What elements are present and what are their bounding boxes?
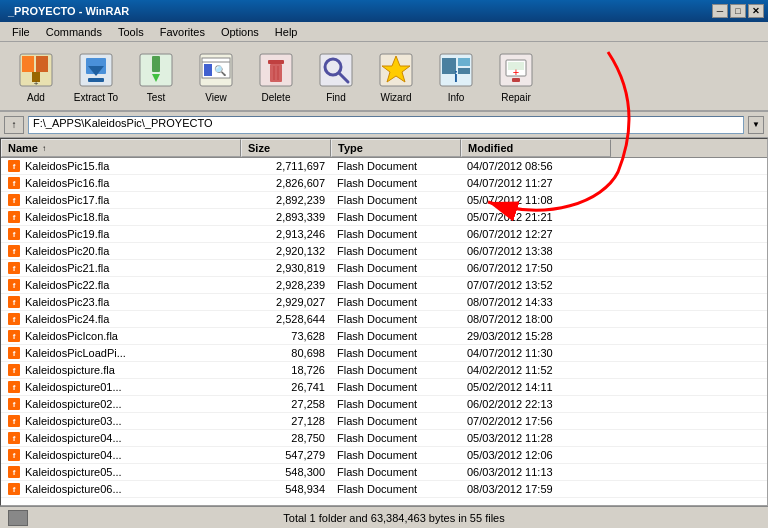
menu-item-help[interactable]: Help [267,24,306,40]
file-row[interactable]: fKaleidospicture06...548,934Flash Docume… [1,481,767,498]
toolbar-delete-button[interactable]: Delete [248,48,304,105]
file-modified-cell: 05/03/2012 12:06 [461,447,611,463]
toolbar-add-button[interactable]: +Add [8,48,64,105]
file-name-cell: fKaleidospicture04... [1,430,241,446]
file-row[interactable]: fKaleidosPic23.fla2,929,027Flash Documen… [1,294,767,311]
file-row[interactable]: fKaleidosPic18.fla2,893,339Flash Documen… [1,209,767,226]
minimize-button[interactable]: ─ [712,4,728,18]
close-button[interactable]: ✕ [748,4,764,18]
file-type-cell: Flash Document [331,430,461,446]
file-size-cell: 548,934 [241,481,331,497]
col-header-modified[interactable]: Modified [461,139,611,157]
view-icon: 🔍 [196,50,236,90]
file-row[interactable]: fKaleidosPic16.fla2,826,607Flash Documen… [1,175,767,192]
menu-item-commands[interactable]: Commands [38,24,110,40]
toolbar-view-label: View [205,92,227,103]
svg-rect-29 [458,58,470,66]
svg-rect-30 [458,68,470,74]
title-text: _PROYECTO - WinRAR [4,5,129,17]
toolbar-view-button[interactable]: 🔍View [188,48,244,105]
file-row[interactable]: fKaleidosPicLoadPi...80,698Flash Documen… [1,345,767,362]
file-type-cell: Flash Document [331,345,461,361]
svg-text:f: f [13,366,16,375]
file-name-cell: fKaleidosPic21.fla [1,260,241,276]
toolbar-wizard-button[interactable]: Wizard [368,48,424,105]
file-row[interactable]: fKaleidospicture05...548,300Flash Docume… [1,464,767,481]
file-name-cell: fKaleidospicture03... [1,413,241,429]
col-header-type[interactable]: Type [331,139,461,157]
file-size-cell: 2,928,239 [241,277,331,293]
file-row[interactable]: fKaleidosPic24.fla2,528,644Flash Documen… [1,311,767,328]
address-field[interactable]: F:\_APPS\KaleidosPic\_PROYECTO [28,116,744,134]
svg-rect-8 [88,78,104,82]
file-row[interactable]: fKaleidosPic22.fla2,928,239Flash Documen… [1,277,767,294]
file-size-cell: 548,300 [241,464,331,480]
address-up-button[interactable]: ↑ [4,116,24,134]
file-modified-cell: 05/02/2012 14:11 [461,379,611,395]
maximize-button[interactable]: □ [730,4,746,18]
file-row[interactable]: fKaleidosPicIcon.fla73,628Flash Document… [1,328,767,345]
toolbar-repair-button[interactable]: +Repair [488,48,544,105]
file-type-cell: Flash Document [331,328,461,344]
menu-item-favorites[interactable]: Favorites [152,24,213,40]
menu-item-file[interactable]: File [4,24,38,40]
file-list-body: fKaleidosPic15.fla2,711,697Flash Documen… [1,158,767,498]
file-row[interactable]: fKaleidospicture04...28,750Flash Documen… [1,430,767,447]
menu-item-options[interactable]: Options [213,24,267,40]
info-icon: i [436,50,476,90]
file-size-cell: 73,628 [241,328,331,344]
file-size-cell: 27,128 [241,413,331,429]
file-name-cell: fKaleidosPic24.fla [1,311,241,327]
toolbar-info-label: Info [448,92,465,103]
file-row[interactable]: fKaleidosPic20.fla2,920,132Flash Documen… [1,243,767,260]
toolbar-delete-label: Delete [262,92,291,103]
file-name-cell: fKaleidospicture06... [1,481,241,497]
col-header-size[interactable]: Size [241,139,331,157]
file-row[interactable]: fKaleidosPic19.fla2,913,246Flash Documen… [1,226,767,243]
svg-text:f: f [13,281,16,290]
file-row[interactable]: fKaleidospicture04...547,279Flash Docume… [1,447,767,464]
toolbar-test-button[interactable]: Test [128,48,184,105]
file-name-cell: fKaleidospicture05... [1,464,241,480]
toolbar-extract-button[interactable]: Extract To [68,48,124,105]
file-row[interactable]: fKaleidospicture01...26,741Flash Documen… [1,379,767,396]
file-type-cell: Flash Document [331,192,461,208]
file-row[interactable]: fKaleidosPic21.fla2,930,819Flash Documen… [1,260,767,277]
file-row[interactable]: fKaleidospicture.fla18,726Flash Document… [1,362,767,379]
file-size-cell: 2,893,339 [241,209,331,225]
file-modified-cell: 06/07/2012 17:50 [461,260,611,276]
file-row[interactable]: fKaleidosPic15.fla2,711,697Flash Documen… [1,158,767,175]
file-modified-cell: 07/02/2012 17:56 [461,413,611,429]
file-row[interactable]: fKaleidospicture03...27,128Flash Documen… [1,413,767,430]
file-name-cell: fKaleidosPic15.fla [1,158,241,174]
file-name-cell: fKaleidosPic18.fla [1,209,241,225]
address-dropdown[interactable]: ▼ [748,116,764,134]
file-type-cell: Flash Document [331,158,461,174]
toolbar-find-button[interactable]: Find [308,48,364,105]
file-modified-cell: 06/03/2012 11:13 [461,464,611,480]
file-type-cell: Flash Document [331,294,461,310]
file-modified-cell: 29/03/2012 15:28 [461,328,611,344]
file-modified-cell: 04/02/2012 11:52 [461,362,611,378]
file-row[interactable]: fKaleidospicture02...27,258Flash Documen… [1,396,767,413]
file-type-cell: Flash Document [331,379,461,395]
find-icon [316,50,356,90]
svg-rect-18 [268,60,284,64]
extract-icon [76,50,116,90]
file-type-cell: Flash Document [331,413,461,429]
file-type-cell: Flash Document [331,396,461,412]
file-modified-cell: 05/07/2012 21:21 [461,209,611,225]
file-row[interactable]: fKaleidosPic17.fla2,892,239Flash Documen… [1,192,767,209]
svg-text:f: f [13,349,16,358]
col-header-name[interactable]: Name↑ [1,139,241,157]
menu-item-tools[interactable]: Tools [110,24,152,40]
svg-text:f: f [13,468,16,477]
status-bar: Total 1 folder and 63,384,463 bytes in 5… [0,506,768,528]
file-modified-cell: 08/07/2012 14:33 [461,294,611,310]
svg-text:i: i [454,69,458,85]
svg-text:f: f [13,332,16,341]
svg-rect-10 [152,56,160,72]
file-modified-cell: 06/07/2012 13:38 [461,243,611,259]
toolbar-info-button[interactable]: iInfo [428,48,484,105]
file-modified-cell: 05/03/2012 11:28 [461,430,611,446]
